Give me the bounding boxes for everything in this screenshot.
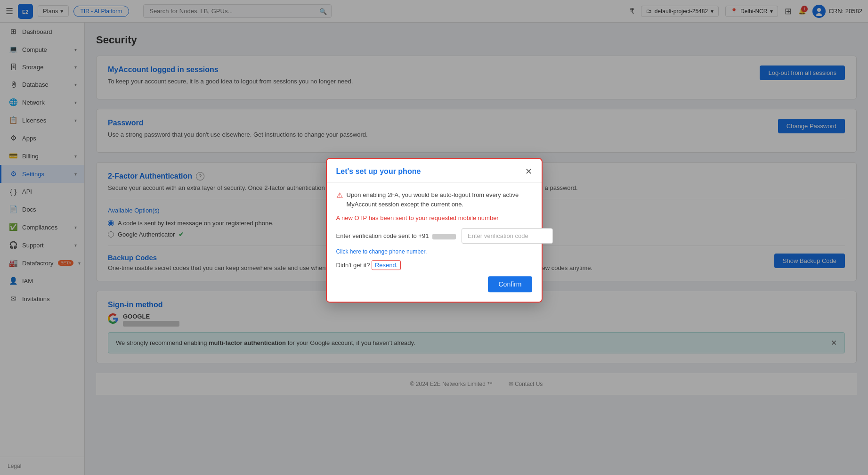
modal-warning: ⚠ Upon enabling 2FA, you would be auto-l… (336, 190, 532, 209)
modal-header: Let's set up your phone ✕ (327, 159, 542, 183)
phone-number-blur (432, 234, 456, 239)
modal-warning-text: Upon enabling 2FA, you would be auto-log… (347, 190, 532, 209)
modal-body: ⚠ Upon enabling 2FA, you would be auto-l… (327, 183, 542, 302)
modal-otp-sent-text: A new OTP has been sent to your requeste… (336, 214, 532, 221)
verification-modal: Let's set up your phone ✕ ⚠ Upon enablin… (326, 158, 543, 303)
warning-icon: ⚠ (336, 191, 343, 209)
resend-link[interactable]: Resend. (372, 260, 401, 270)
modal-input-label: Enter verification code sent to +91 (336, 232, 456, 239)
modal-input-row: Enter verification code sent to +91 (336, 228, 532, 244)
modal-footer-row: Didn't get it? Resend. (336, 262, 532, 269)
modal-title: Let's set up your phone (336, 167, 421, 176)
otp-input[interactable] (462, 228, 553, 244)
didnt-get-text: Didn't get it? Resend. (336, 262, 401, 269)
change-phone-link[interactable]: Click here to change phone number. (336, 248, 532, 255)
confirm-button[interactable]: Confirm (488, 276, 532, 292)
modal-btn-row: Confirm (336, 276, 532, 292)
modal-close-button[interactable]: ✕ (525, 166, 532, 177)
